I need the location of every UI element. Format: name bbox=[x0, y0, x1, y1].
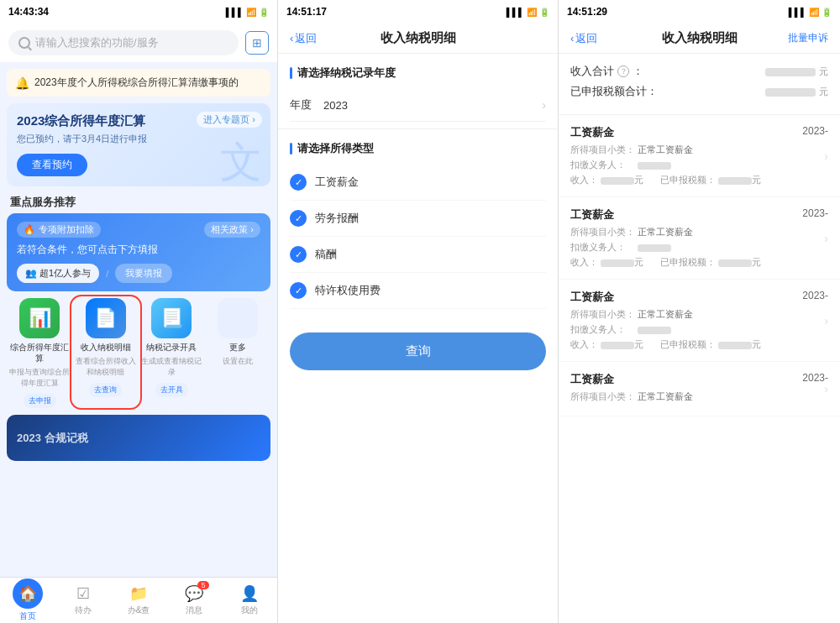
enter-topic-button[interactable]: 进入专题页 › bbox=[197, 112, 262, 128]
declared-label-1: 已申报税额： bbox=[660, 175, 716, 185]
subtype-row-2: 所得项目小类： 正常工资薪金 bbox=[570, 226, 828, 238]
app-action-annual-tax[interactable]: 去申报 bbox=[24, 394, 56, 408]
check-appointment-button[interactable]: 查看预约 bbox=[17, 154, 87, 176]
special-deduction-label: 专项附加扣除 bbox=[39, 223, 94, 236]
annual-tax-banner: 进入专题页 › 2023综合所得年度汇算 您已预约，请于3月4日进行申报 查看预… bbox=[7, 103, 270, 186]
back-label-2: 返回 bbox=[295, 31, 317, 46]
wifi-icon: 📶 bbox=[246, 8, 256, 17]
app-icon-annual-tax: 📊 bbox=[19, 298, 60, 338]
nav-home[interactable]: 🏠 首页 bbox=[0, 578, 55, 623]
app-sub-tax-record: 生成或查看纳税记录 bbox=[139, 356, 205, 378]
total-income-unit: 元 bbox=[819, 65, 828, 78]
users-icon: 👥 bbox=[25, 268, 37, 279]
messages-badge: 5 bbox=[197, 581, 209, 589]
item-chevron-4: › bbox=[824, 382, 828, 395]
app-sub-more: 设置在此 bbox=[223, 356, 253, 367]
income-type-1: 工资薪金 bbox=[570, 125, 614, 140]
signal-icon: ▌▌▌ bbox=[226, 8, 244, 17]
panel2-content: 请选择纳税记录年度 年度 2023 › 请选择所得类型 ✓ 工资薪金 ✓ 劳务报… bbox=[278, 54, 558, 623]
declared-tax-key: 已申报税额合计： bbox=[570, 84, 765, 99]
check-icon-manuscript: ✓ bbox=[290, 246, 307, 263]
declared-val-1 bbox=[718, 175, 752, 185]
battery-icon-3: 🔋 bbox=[822, 8, 832, 17]
income-item-1[interactable]: 工资薪金 2023- 所得项目小类： 正常工资薪金 扣缴义务人： 收入： 元 已… bbox=[559, 115, 840, 197]
nav-messages[interactable]: 5 💬 消息 bbox=[166, 578, 222, 623]
fill-report-button[interactable]: 我要填报 bbox=[115, 264, 172, 283]
promo-text: 2023 合规记税 bbox=[17, 431, 88, 446]
income-val-3 bbox=[601, 339, 634, 349]
scan-button[interactable]: ⊞ bbox=[245, 31, 269, 55]
app-label-more: 更多 bbox=[229, 342, 246, 353]
app-tax-record[interactable]: 📃 纳税记录开具 生成或查看纳税记录 去开具 bbox=[139, 298, 205, 408]
year-section: 请选择纳税记录年度 年度 2023 › bbox=[278, 54, 558, 128]
notice-banner[interactable]: 🔔 2023年度个人所得税综合所得汇算清缴事项的 bbox=[7, 69, 270, 97]
time-3: 14:51:29 bbox=[567, 6, 607, 18]
app-more[interactable]: 更多 设置在此 bbox=[205, 298, 271, 408]
back-button-2[interactable]: ‹ 返回 bbox=[290, 31, 317, 46]
check-icon-salary: ✓ bbox=[290, 174, 307, 191]
income-amount-3: 收入： 元 bbox=[570, 338, 643, 351]
nav-profile[interactable]: 👤 我的 bbox=[222, 578, 277, 623]
income-type-3: 工资薪金 bbox=[570, 290, 614, 305]
nav-services-label: 办&查 bbox=[128, 605, 150, 616]
status-icons-2: ▌▌▌ 📶 🔋 bbox=[507, 8, 549, 17]
service-buttons: 👥 超1亿人参与 / 我要填报 bbox=[17, 264, 260, 283]
subtype-key-4: 所得项目小类： bbox=[570, 390, 638, 403]
subtype-row-1: 所得项目小类： 正常工资薪金 bbox=[570, 144, 828, 156]
search-icon bbox=[18, 37, 30, 49]
type-row-labor[interactable]: ✓ 劳务报酬 bbox=[290, 201, 546, 237]
subtype-val-3: 正常工资薪金 bbox=[638, 308, 828, 321]
back-button-3[interactable]: ‹ 返回 bbox=[570, 31, 597, 46]
batch-appeal-button[interactable]: 批量申诉 bbox=[788, 31, 828, 45]
income-list: 工资薪金 2023- 所得项目小类： 正常工资薪金 扣缴义务人： 收入： 元 已… bbox=[559, 115, 840, 623]
type-section: 请选择所得类型 ✓ 工资薪金 ✓ 劳务报酬 ✓ 稿酬 ✓ 特许权使用费 bbox=[278, 129, 558, 316]
income-item-4[interactable]: 工资薪金 2023- 所得项目小类： 正常工资薪金 › bbox=[559, 362, 840, 416]
query-button-wrap: 查询 bbox=[278, 316, 558, 387]
total-income-label: 收入合计 bbox=[570, 64, 614, 79]
nav-todo[interactable]: ☑ 待办 bbox=[55, 578, 111, 623]
item-chevron-2: › bbox=[824, 232, 828, 245]
info-icon[interactable]: ？ bbox=[617, 65, 629, 77]
search-box[interactable]: 请输入想搜索的功能/服务 bbox=[8, 30, 239, 55]
declared-tax-row: 已申报税额合计： 元 bbox=[570, 84, 828, 99]
type-row-royalty[interactable]: ✓ 特许权使用费 bbox=[290, 273, 546, 309]
app-action-income-detail[interactable]: 去查询 bbox=[89, 383, 122, 397]
time-1: 14:43:34 bbox=[8, 6, 49, 18]
special-deduction-tag[interactable]: 🔥 专项附加扣除 bbox=[17, 222, 101, 238]
app-annual-tax[interactable]: 📊 综合所得年度汇算 申报与查询综合所得年度汇算 去申报 bbox=[7, 298, 73, 408]
amount-row-2: 收入： 元 已申报税额： 元 bbox=[570, 256, 828, 269]
subtype-val-1: 正常工资薪金 bbox=[638, 144, 828, 156]
app-income-detail[interactable]: 📄 收入纳税明细 查看综合所得收入和纳税明细 去查询 bbox=[73, 298, 139, 408]
income-type-2: 工资薪金 bbox=[570, 207, 614, 222]
app-sub-annual-tax: 申报与查询综合所得年度汇算 bbox=[7, 367, 73, 389]
subtype-row-3: 所得项目小类： 正常工资薪金 bbox=[570, 308, 828, 321]
nav-home-label: 首页 bbox=[19, 610, 36, 622]
income-year-1: 2023- bbox=[802, 125, 828, 137]
query-button[interactable]: 查询 bbox=[290, 332, 546, 370]
app-action-tax-record[interactable]: 去开具 bbox=[155, 383, 188, 397]
payer-key-2: 扣缴义务人： bbox=[570, 241, 638, 254]
payer-key-1: 扣缴义务人： bbox=[570, 159, 638, 171]
income-item-2[interactable]: 工资薪金 2023- 所得项目小类： 正常工资薪金 扣缴义务人： 收入： 元 已… bbox=[559, 197, 840, 280]
type-row-salary[interactable]: ✓ 工资薪金 bbox=[290, 165, 546, 201]
amount-row-1: 收入： 元 已申报税额： 元 bbox=[570, 174, 828, 186]
type-row-manuscript[interactable]: ✓ 稿酬 bbox=[290, 237, 546, 273]
declared-val-3 bbox=[718, 339, 752, 349]
policy-tag[interactable]: 相关政策 › bbox=[204, 222, 260, 238]
users-count-button[interactable]: 👥 超1亿人参与 bbox=[17, 264, 99, 283]
nav-services[interactable]: 📁 办&查 bbox=[111, 578, 166, 623]
status-icons-3: ▌▌▌ 📶 🔋 bbox=[789, 8, 832, 17]
battery-icon: 🔋 bbox=[259, 8, 269, 17]
payer-val-3 bbox=[638, 325, 828, 335]
app-icon-more bbox=[218, 298, 258, 338]
declared-amount-1: 已申报税额： 元 bbox=[660, 174, 761, 186]
promo-banner: 2023 合规记税 bbox=[7, 415, 270, 461]
income-item-3[interactable]: 工资薪金 2023- 所得项目小类： 正常工资薪金 扣缴义务人： 收入： 元 已… bbox=[559, 280, 840, 362]
notice-text: 2023年度个人所得税综合所得汇算清缴事项的 bbox=[34, 76, 239, 90]
nav-profile-icon: 👤 bbox=[240, 584, 259, 603]
panel-income-query: 14:51:17 ▌▌▌ 📶 🔋 ‹ 返回 收入纳税明细 请选择纳税记录年度 年… bbox=[277, 0, 559, 623]
year-row[interactable]: 年度 2023 › bbox=[290, 89, 546, 122]
fire-icon: 🔥 bbox=[24, 224, 35, 235]
colon: ： bbox=[633, 64, 643, 79]
total-income-key: 收入合计 ？ ： bbox=[570, 64, 765, 79]
